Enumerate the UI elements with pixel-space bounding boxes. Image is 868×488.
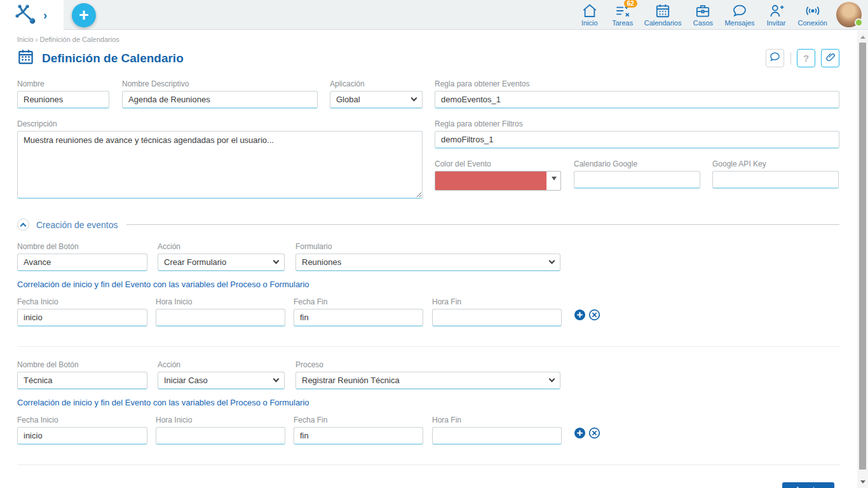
nav-inicio[interactable]: Inicio: [573, 0, 606, 27]
nav-label: Casos: [693, 19, 713, 27]
hora-inicio-input[interactable]: [156, 427, 285, 445]
remove-row-button[interactable]: [588, 427, 600, 442]
nombre-descriptivo-input[interactable]: [122, 91, 318, 109]
app-logo-icon: [14, 4, 37, 27]
scrollbar-thumb[interactable]: [859, 43, 866, 470]
field-label: Acción: [158, 242, 285, 251]
fecha-inicio-input[interactable]: [17, 427, 147, 445]
nav-label: Inicio: [581, 19, 598, 27]
event-block-2: Nombre del Botón Acción Iniciar Caso Pro…: [17, 360, 839, 445]
field-label: Calendario Google: [574, 159, 700, 168]
aplicacion-select[interactable]: Global: [330, 91, 423, 109]
field-label: Proceso: [295, 360, 560, 369]
nav-casos[interactable]: Casos: [686, 0, 719, 27]
correlation-link[interactable]: Correlación de inicio y fin del Evento c…: [17, 280, 839, 289]
field-label: Formulario: [295, 242, 560, 251]
hora-fin-input[interactable]: [432, 427, 562, 445]
fecha-inicio-input[interactable]: [17, 309, 147, 327]
regla-eventos-input[interactable]: [435, 91, 839, 109]
scroll-down-arrow-icon[interactable]: [860, 480, 865, 484]
scroll-up-arrow-icon[interactable]: [860, 36, 865, 39]
field-label: Nombre del Botón: [17, 360, 147, 369]
field-label: Regla para obtener Filtros: [435, 119, 839, 128]
top-navigation: Inicio 62 Tareas: [573, 0, 862, 30]
field-label: Descripción: [17, 119, 423, 128]
signal-icon: [804, 3, 821, 19]
home-icon: [581, 3, 598, 19]
formulario-select[interactable]: Reuniones: [295, 254, 560, 271]
color-evento-picker[interactable]: [435, 171, 561, 191]
color-swatch: [435, 172, 546, 190]
chevron-down-icon: [549, 258, 555, 264]
help-button[interactable]: ?: [797, 49, 815, 67]
google-api-key-input[interactable]: [712, 171, 839, 189]
field-label: Acción: [158, 360, 285, 369]
accept-button[interactable]: Aceptar: [782, 482, 834, 488]
field-label: Hora Inicio: [156, 297, 285, 306]
nav-label: Tareas: [612, 19, 633, 27]
field-label: Fecha Inicio: [17, 416, 147, 424]
accion-select[interactable]: Iniciar Caso: [158, 372, 285, 390]
nav-tareas[interactable]: 62 Tareas: [606, 0, 639, 27]
correlation-link[interactable]: Correlación de inicio y fin del Evento c…: [17, 398, 839, 407]
chat-icon: [731, 3, 748, 19]
dropdown-arrow-icon: [552, 177, 557, 180]
help-icon: ?: [803, 53, 809, 64]
briefcase-icon: [695, 3, 711, 19]
fecha-fin-input[interactable]: [294, 427, 423, 445]
field-label: Fecha Fin: [294, 297, 423, 306]
nav-label: Calendarios: [644, 19, 682, 27]
breadcrumb[interactable]: Inicio › Definición de Calendarios: [17, 30, 839, 43]
main-content: Inicio › Definición de Calendarios Defin…: [0, 30, 857, 488]
select-value: Global: [336, 95, 360, 104]
nav-label: Invitar: [767, 19, 786, 27]
nav-invitar[interactable]: Invitar: [760, 0, 793, 27]
field-label: Nombre del Botón: [17, 242, 147, 251]
proceso-select[interactable]: Registrar Reunión Técnica: [295, 372, 560, 390]
field-label: Color del Evento: [435, 159, 561, 168]
field-label: Hora Inicio: [156, 416, 285, 424]
online-status-dot: [855, 18, 863, 27]
field-label: Hora Fin: [432, 416, 562, 424]
chevron-down-icon: [549, 376, 555, 383]
chevron-up-icon: [20, 222, 27, 229]
calendario-google-input[interactable]: [574, 171, 700, 189]
field-label: Aplicación: [330, 79, 423, 88]
field-label: Nombre: [17, 79, 109, 88]
hora-fin-input[interactable]: [432, 309, 562, 327]
nav-mensajes[interactable]: Mensajes: [719, 0, 759, 27]
hora-inicio-input[interactable]: [156, 309, 285, 327]
add-row-button[interactable]: [574, 427, 586, 442]
calendar-title-icon: [17, 48, 34, 68]
app-logo-area[interactable]: ›: [0, 0, 64, 30]
horizontal-divider: [17, 346, 839, 347]
add-row-button[interactable]: [574, 309, 586, 323]
add-button[interactable]: +: [72, 3, 96, 27]
select-value: Iniciar Caso: [164, 376, 208, 385]
field-label: Fecha Inicio: [17, 297, 147, 306]
vertical-scrollbar[interactable]: [857, 30, 868, 488]
collapse-section-button[interactable]: [17, 219, 29, 231]
comment-button[interactable]: [766, 49, 784, 67]
user-avatar[interactable]: [836, 2, 862, 27]
nombre-input[interactable]: [17, 91, 109, 109]
remove-row-button[interactable]: [588, 309, 600, 323]
field-label: Google API Key: [712, 159, 839, 168]
nav-calendarios[interactable]: Calendarios: [639, 0, 687, 27]
accion-select[interactable]: Crear Formulario: [158, 254, 285, 271]
expand-menu-chevron-icon[interactable]: ›: [43, 9, 47, 21]
event-block-1: Nombre del Botón Acción Crear Formulario…: [17, 242, 839, 327]
section-divider-line: [126, 224, 839, 225]
button-name-input[interactable]: [17, 372, 147, 390]
descripcion-textarea[interactable]: Muestra reuniones de avance y técnicas a…: [17, 131, 423, 199]
regla-filtros-input[interactable]: [435, 131, 839, 149]
horizontal-divider: [17, 464, 839, 465]
nav-label: Conexión: [798, 19, 827, 27]
fecha-fin-input[interactable]: [294, 309, 423, 327]
person-add-icon: [768, 3, 785, 19]
button-name-input[interactable]: [17, 254, 147, 271]
field-label: Nombre Descriptivo: [122, 79, 318, 88]
chevron-down-icon: [273, 376, 280, 383]
nav-conexion[interactable]: Conexión: [793, 0, 832, 27]
attach-button[interactable]: [821, 49, 839, 67]
